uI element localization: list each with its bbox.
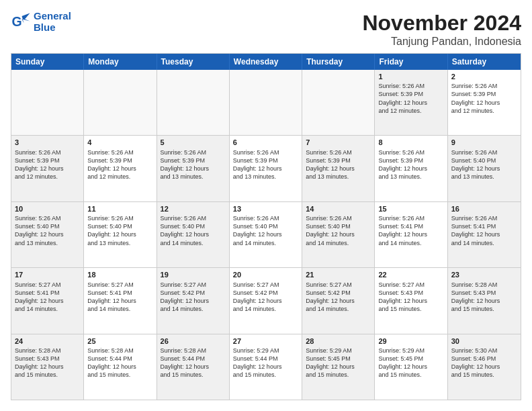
day-header-monday: Monday — [84, 54, 157, 70]
calendar-cell-1-4: 7Sunrise: 5:26 AM Sunset: 5:39 PM Daylig… — [302, 136, 375, 201]
calendar-cell-3-2: 19Sunrise: 5:27 AM Sunset: 5:42 PM Dayli… — [157, 268, 230, 333]
day-info: Sunrise: 5:26 AM Sunset: 5:40 PM Dayligh… — [15, 214, 80, 247]
day-info: Sunrise: 5:29 AM Sunset: 5:45 PM Dayligh… — [306, 347, 371, 379]
calendar-row-1: 3Sunrise: 5:26 AM Sunset: 5:39 PM Daylig… — [11, 135, 521, 201]
calendar-cell-4-1: 25Sunrise: 5:28 AM Sunset: 5:44 PM Dayli… — [84, 334, 157, 400]
calendar-cell-0-4 — [302, 70, 375, 135]
day-info: Sunrise: 5:29 AM Sunset: 5:45 PM Dayligh… — [378, 347, 443, 379]
calendar-cell-1-5: 8Sunrise: 5:26 AM Sunset: 5:39 PM Daylig… — [375, 136, 447, 201]
day-number: 4 — [87, 138, 152, 147]
calendar-cell-1-2: 5Sunrise: 5:26 AM Sunset: 5:39 PM Daylig… — [157, 136, 230, 201]
calendar-cell-4-6: 30Sunrise: 5:30 AM Sunset: 5:46 PM Dayli… — [448, 334, 521, 400]
day-number: 19 — [161, 270, 226, 279]
day-info: Sunrise: 5:26 AM Sunset: 5:40 PM Dayligh… — [451, 148, 517, 181]
day-number: 16 — [451, 204, 517, 214]
day-number: 11 — [87, 204, 152, 214]
calendar-cell-4-0: 24Sunrise: 5:28 AM Sunset: 5:43 PM Dayli… — [11, 334, 84, 400]
day-number: 8 — [378, 138, 443, 147]
day-header-wednesday: Wednesday — [230, 54, 302, 70]
calendar-row-2: 10Sunrise: 5:26 AM Sunset: 5:40 PM Dayli… — [11, 201, 521, 267]
calendar-cell-1-3: 6Sunrise: 5:26 AM Sunset: 5:39 PM Daylig… — [230, 136, 302, 201]
day-info: Sunrise: 5:26 AM Sunset: 5:40 PM Dayligh… — [87, 214, 152, 247]
day-info: Sunrise: 5:26 AM Sunset: 5:39 PM Dayligh… — [233, 148, 298, 181]
day-info: Sunrise: 5:26 AM Sunset: 5:39 PM Dayligh… — [378, 82, 443, 115]
logo-icon: G — [11, 12, 31, 32]
day-info: Sunrise: 5:28 AM Sunset: 5:43 PM Dayligh… — [451, 281, 517, 314]
calendar-cell-3-0: 17Sunrise: 5:27 AM Sunset: 5:41 PM Dayli… — [11, 268, 84, 333]
day-info: Sunrise: 5:26 AM Sunset: 5:39 PM Dayligh… — [306, 148, 371, 181]
day-info: Sunrise: 5:28 AM Sunset: 5:44 PM Dayligh… — [87, 347, 152, 379]
calendar-cell-4-5: 29Sunrise: 5:29 AM Sunset: 5:45 PM Dayli… — [375, 334, 447, 400]
day-number: 2 — [451, 72, 517, 81]
day-header-thursday: Thursday — [302, 54, 375, 70]
day-info: Sunrise: 5:30 AM Sunset: 5:46 PM Dayligh… — [451, 347, 517, 379]
day-info: Sunrise: 5:26 AM Sunset: 5:41 PM Dayligh… — [378, 214, 443, 247]
day-number: 27 — [233, 336, 298, 346]
day-info: Sunrise: 5:27 AM Sunset: 5:42 PM Dayligh… — [233, 281, 298, 314]
page: G General Blue November 2024 Tanjung Pan… — [0, 0, 532, 411]
day-info: Sunrise: 5:26 AM Sunset: 5:39 PM Dayligh… — [87, 148, 152, 181]
calendar-cell-3-1: 18Sunrise: 5:27 AM Sunset: 5:41 PM Dayli… — [84, 268, 157, 333]
day-info: Sunrise: 5:28 AM Sunset: 5:44 PM Dayligh… — [161, 347, 226, 379]
day-info: Sunrise: 5:27 AM Sunset: 5:43 PM Dayligh… — [378, 281, 443, 314]
calendar-cell-2-0: 10Sunrise: 5:26 AM Sunset: 5:40 PM Dayli… — [11, 202, 84, 267]
calendar-cell-2-5: 15Sunrise: 5:26 AM Sunset: 5:41 PM Dayli… — [375, 202, 447, 267]
day-number: 5 — [161, 138, 226, 147]
title-block: November 2024 Tanjung Pandan, Indonesia — [362, 11, 521, 48]
day-info: Sunrise: 5:29 AM Sunset: 5:44 PM Dayligh… — [233, 347, 298, 379]
logo-text: General Blue — [34, 11, 71, 33]
calendar-body: 1Sunrise: 5:26 AM Sunset: 5:39 PM Daylig… — [11, 70, 521, 400]
calendar-cell-3-4: 21Sunrise: 5:27 AM Sunset: 5:42 PM Dayli… — [302, 268, 375, 333]
day-header-saturday: Saturday — [448, 54, 521, 70]
day-header-sunday: Sunday — [11, 54, 84, 70]
calendar-cell-2-2: 12Sunrise: 5:26 AM Sunset: 5:40 PM Dayli… — [157, 202, 230, 267]
calendar-cell-2-1: 11Sunrise: 5:26 AM Sunset: 5:40 PM Dayli… — [84, 202, 157, 267]
day-number: 15 — [378, 204, 443, 214]
calendar-cell-1-6: 9Sunrise: 5:26 AM Sunset: 5:40 PM Daylig… — [448, 136, 521, 201]
calendar-cell-4-3: 27Sunrise: 5:29 AM Sunset: 5:44 PM Dayli… — [230, 334, 302, 400]
day-number: 9 — [451, 138, 517, 147]
day-info: Sunrise: 5:27 AM Sunset: 5:41 PM Dayligh… — [87, 281, 152, 314]
day-number: 21 — [306, 270, 371, 279]
day-number: 7 — [306, 138, 371, 147]
calendar-cell-4-4: 28Sunrise: 5:29 AM Sunset: 5:45 PM Dayli… — [302, 334, 375, 400]
day-number: 12 — [161, 204, 226, 214]
day-info: Sunrise: 5:26 AM Sunset: 5:40 PM Dayligh… — [306, 214, 371, 247]
day-number: 23 — [451, 270, 517, 279]
day-info: Sunrise: 5:26 AM Sunset: 5:41 PM Dayligh… — [451, 214, 517, 247]
day-number: 28 — [306, 336, 371, 346]
calendar-row-3: 17Sunrise: 5:27 AM Sunset: 5:41 PM Dayli… — [11, 267, 521, 333]
day-info: Sunrise: 5:26 AM Sunset: 5:40 PM Dayligh… — [233, 214, 298, 247]
day-number: 22 — [378, 270, 443, 279]
calendar: Sunday Monday Tuesday Wednesday Thursday… — [11, 53, 521, 400]
header: G General Blue November 2024 Tanjung Pan… — [11, 11, 521, 48]
calendar-cell-0-2 — [157, 70, 230, 135]
calendar-row-4: 24Sunrise: 5:28 AM Sunset: 5:43 PM Dayli… — [11, 334, 521, 400]
calendar-cell-2-3: 13Sunrise: 5:26 AM Sunset: 5:40 PM Dayli… — [230, 202, 302, 267]
calendar-cell-3-3: 20Sunrise: 5:27 AM Sunset: 5:42 PM Dayli… — [230, 268, 302, 333]
day-info: Sunrise: 5:27 AM Sunset: 5:42 PM Dayligh… — [161, 281, 226, 314]
day-info: Sunrise: 5:28 AM Sunset: 5:43 PM Dayligh… — [15, 347, 80, 379]
calendar-header: Sunday Monday Tuesday Wednesday Thursday… — [11, 54, 521, 70]
calendar-row-0: 1Sunrise: 5:26 AM Sunset: 5:39 PM Daylig… — [11, 70, 521, 135]
day-number: 26 — [161, 336, 226, 346]
logo: G General Blue — [11, 11, 71, 33]
calendar-subtitle: Tanjung Pandan, Indonesia — [362, 36, 521, 48]
calendar-cell-2-6: 16Sunrise: 5:26 AM Sunset: 5:41 PM Dayli… — [448, 202, 521, 267]
day-info: Sunrise: 5:26 AM Sunset: 5:39 PM Dayligh… — [15, 148, 80, 181]
day-number: 18 — [87, 270, 152, 279]
day-number: 24 — [15, 336, 80, 346]
calendar-cell-1-0: 3Sunrise: 5:26 AM Sunset: 5:39 PM Daylig… — [11, 136, 84, 201]
day-header-friday: Friday — [375, 54, 447, 70]
calendar-cell-3-6: 23Sunrise: 5:28 AM Sunset: 5:43 PM Dayli… — [448, 268, 521, 333]
calendar-cell-1-1: 4Sunrise: 5:26 AM Sunset: 5:39 PM Daylig… — [84, 136, 157, 201]
day-number: 3 — [15, 138, 80, 147]
day-info: Sunrise: 5:26 AM Sunset: 5:39 PM Dayligh… — [451, 82, 517, 115]
day-number: 13 — [233, 204, 298, 214]
day-info: Sunrise: 5:26 AM Sunset: 5:39 PM Dayligh… — [161, 148, 226, 181]
calendar-title: November 2024 — [362, 11, 521, 36]
day-info: Sunrise: 5:27 AM Sunset: 5:41 PM Dayligh… — [15, 281, 80, 314]
day-number: 25 — [87, 336, 152, 346]
day-info: Sunrise: 5:26 AM Sunset: 5:40 PM Dayligh… — [161, 214, 226, 247]
day-info: Sunrise: 5:27 AM Sunset: 5:42 PM Dayligh… — [306, 281, 371, 314]
